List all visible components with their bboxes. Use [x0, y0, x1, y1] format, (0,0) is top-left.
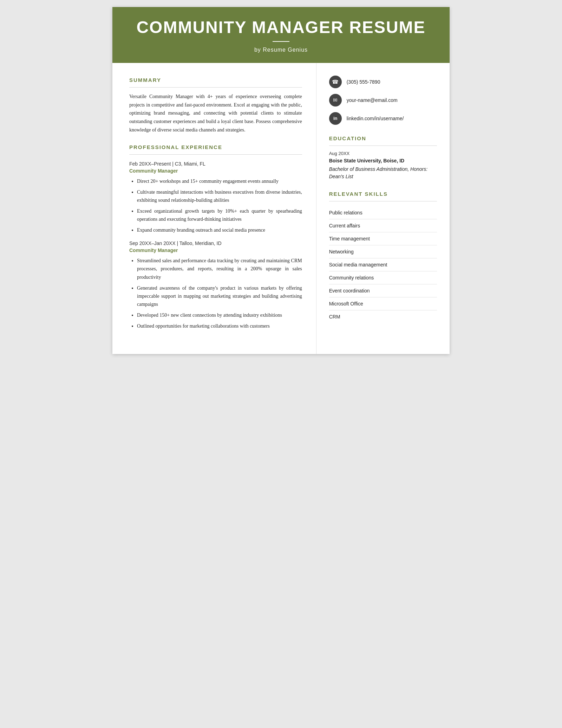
- contact-linkedin: in linkedin.com/in/username/: [329, 112, 437, 125]
- contact-email: ✉ your-name@email.com: [329, 94, 437, 107]
- left-column: SUMMARY Versatile Community Manager with…: [112, 63, 316, 354]
- education-divider: [329, 146, 437, 146]
- skill-4: Networking: [329, 245, 437, 258]
- contact-section: ☎ (305) 555-7890 ✉ your-name@email.com i…: [329, 76, 437, 125]
- right-column: ☎ (305) 555-7890 ✉ your-name@email.com i…: [316, 63, 450, 354]
- edu-degree: Bachelor of Business Administration, Hon…: [329, 166, 437, 180]
- resume-page: COMMUNITY MANAGER RESUME by Resume Geniu…: [112, 7, 450, 354]
- skills-section: RELEVANT SKILLS Public relations Current…: [329, 191, 437, 323]
- header-divider: [273, 41, 289, 42]
- experience-section: PROFESSIONAL EXPERIENCE Feb 20XX–Present…: [129, 144, 302, 330]
- edu-date: Aug 20XX: [329, 151, 437, 156]
- skill-8: Microsoft Office: [329, 297, 437, 310]
- job-2: Sep 20XX–Jan 20XX | Talloo, Meridian, ID…: [129, 240, 302, 330]
- job-2-bullet-4: Outlined opportunities for marketing col…: [137, 322, 302, 330]
- edu-school: Boise State University, Boise, ID: [329, 157, 437, 165]
- resume-content: SUMMARY Versatile Community Manager with…: [112, 63, 450, 354]
- resume-title: COMMUNITY MANAGER RESUME: [129, 18, 433, 37]
- header-byline: by Resume Genius: [129, 47, 433, 53]
- email-text: your-name@email.com: [347, 97, 398, 103]
- job-2-bullet-2: Generated awareness of the company's pro…: [137, 284, 302, 308]
- education-section: EDUCATION Aug 20XX Boise State Universit…: [329, 135, 437, 181]
- phone-icon: ☎: [329, 76, 342, 88]
- skill-1: Public relations: [329, 206, 437, 219]
- email-icon: ✉: [329, 94, 342, 107]
- job-1-bullet-3: Exceed organizational growth targets by …: [137, 207, 302, 223]
- linkedin-icon: in: [329, 112, 342, 125]
- job-1-bullet-1: Direct 20+ workshops and 15+ community e…: [137, 177, 302, 185]
- resume-header: COMMUNITY MANAGER RESUME by Resume Geniu…: [112, 7, 450, 63]
- skill-7: Event coordination: [329, 284, 437, 297]
- phone-text: (305) 555-7890: [347, 79, 380, 85]
- experience-divider: [129, 154, 302, 155]
- skill-2: Current affairs: [329, 219, 437, 232]
- linkedin-text: linkedin.com/in/username/: [347, 116, 404, 121]
- skill-3: Time management: [329, 232, 437, 245]
- job-1-bullets: Direct 20+ workshops and 15+ community e…: [129, 177, 302, 234]
- job-2-bullet-1: Streamlined sales and performance data t…: [137, 257, 302, 281]
- education-title: EDUCATION: [329, 135, 437, 141]
- summary-text: Versatile Community Manager with 4+ year…: [129, 92, 302, 134]
- skills-divider: [329, 201, 437, 201]
- skill-5: Social media management: [329, 258, 437, 271]
- skills-title: RELEVANT SKILLS: [329, 191, 437, 197]
- summary-divider: [129, 87, 302, 88]
- job-1: Feb 20XX–Present | C3, Miami, FL Communi…: [129, 161, 302, 234]
- job-1-bullet-4: Expand community branding outreach and s…: [137, 226, 302, 234]
- experience-title: PROFESSIONAL EXPERIENCE: [129, 144, 302, 150]
- contact-phone: ☎ (305) 555-7890: [329, 76, 437, 88]
- job-2-bullets: Streamlined sales and performance data t…: [129, 257, 302, 330]
- summary-section: SUMMARY Versatile Community Manager with…: [129, 77, 302, 134]
- job-1-title: Community Manager: [129, 168, 302, 174]
- summary-title: SUMMARY: [129, 77, 302, 83]
- job-2-meta: Sep 20XX–Jan 20XX | Talloo, Meridian, ID: [129, 240, 302, 246]
- skill-6: Community relations: [329, 271, 437, 284]
- job-2-title: Community Manager: [129, 247, 302, 253]
- skills-list: Public relations Current affairs Time ma…: [329, 206, 437, 323]
- job-1-meta: Feb 20XX–Present | C3, Miami, FL: [129, 161, 302, 167]
- job-1-bullet-2: Cultivate meaningful interactions with b…: [137, 188, 302, 204]
- skill-9: CRM: [329, 310, 437, 323]
- job-2-bullet-3: Developed 150+ new client connections by…: [137, 311, 302, 319]
